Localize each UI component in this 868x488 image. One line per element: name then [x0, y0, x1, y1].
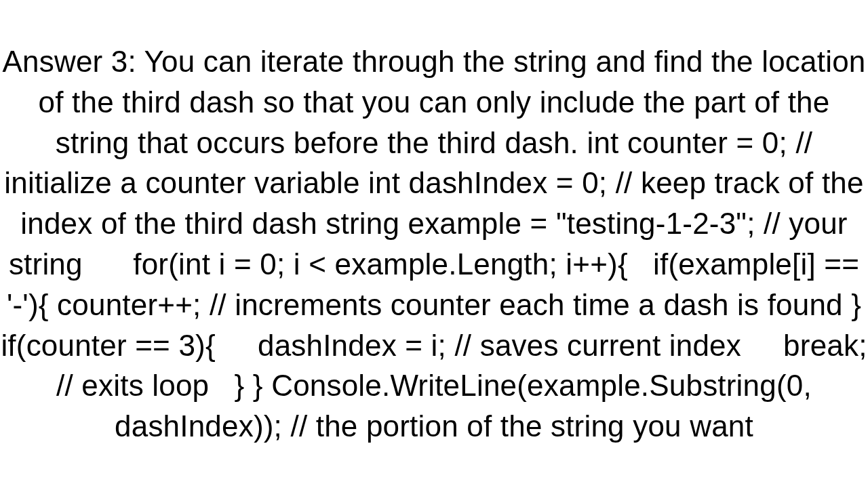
answer-text-block: Answer 3: You can iterate through the st…: [0, 41, 868, 447]
